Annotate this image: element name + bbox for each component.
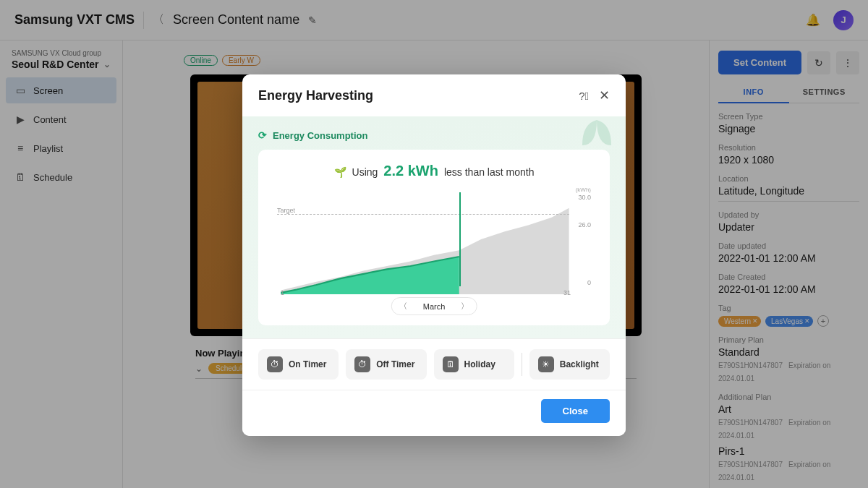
y-tick-mid: 26.0 [578,221,591,228]
backlight-button[interactable]: ☀Backlight [529,349,610,380]
modal-header-icons: ?⃝ ✕ [579,87,610,103]
summary-kwh: 2.2 kWh [383,163,438,179]
modal-overlay: Energy Harvesting ?⃝ ✕ ⟳ Energy Consumpt… [0,0,868,488]
close-icon[interactable]: ✕ [599,87,610,103]
energy-modal: Energy Harvesting ?⃝ ✕ ⟳ Energy Consumpt… [242,74,626,436]
modal-title: Energy Harvesting [258,88,373,103]
help-icon[interactable]: ?⃝ [579,90,589,102]
option-row: ⏱On Timer ⏱Off Timer 🗓Holiday ☀Backlight [242,338,626,390]
calendar-icon: 🗓 [443,356,459,372]
summary-suffix: less than last month [444,166,535,178]
summary-line: 🌱 Using 2.2 kWh less than last month [271,163,597,179]
target-line [277,214,569,215]
energy-icon: ⟳ [258,129,267,141]
timer-icon: ⏱ [267,356,283,372]
modal-footer: Close [242,390,626,436]
sprout-icon: 🌱 [334,166,346,178]
y-tick-top: 30.0 [578,194,591,201]
modal-header: Energy Harvesting ?⃝ ✕ [242,74,626,116]
target-label: Target [277,207,295,214]
off-timer-button[interactable]: ⏱Off Timer [346,349,426,380]
option-label: On Timer [289,359,326,369]
holiday-button[interactable]: 🗓Holiday [434,349,514,380]
y-unit: (kWh) [576,187,591,193]
close-button[interactable]: Close [541,399,610,423]
x-tick-left: 1 [281,289,284,296]
option-label: Backlight [560,359,599,369]
month-selector: 〈 March 〉 [391,297,477,315]
timer-off-icon: ⏱ [354,356,370,372]
next-month-button[interactable]: 〉 [458,301,472,312]
option-label: Holiday [464,359,495,369]
chart-svg [277,192,591,294]
chart-card: 🌱 Using 2.2 kWh less than last month Tar… [258,150,610,325]
x-tick-right: 31 [563,289,571,296]
energy-chart: Target (kWh) 30.0 26.0 0 1 31 [277,192,591,286]
today-marker [459,192,461,286]
brightness-icon: ☀ [538,356,554,372]
divider [522,353,522,376]
section-title: ⟳ Energy Consumption [258,129,610,141]
month-label: March [423,302,446,311]
modal-body: ⟳ Energy Consumption 🌱 Using 2.2 kWh les… [242,116,626,338]
summary-prefix: Using [352,166,378,178]
section-title-text: Energy Consumption [273,130,367,141]
leaf-decoration-icon [575,116,618,153]
option-label: Off Timer [376,359,414,369]
on-timer-button[interactable]: ⏱On Timer [258,349,339,380]
y-tick-bot: 0 [587,279,591,286]
prev-month-button[interactable]: 〈 [396,301,410,312]
